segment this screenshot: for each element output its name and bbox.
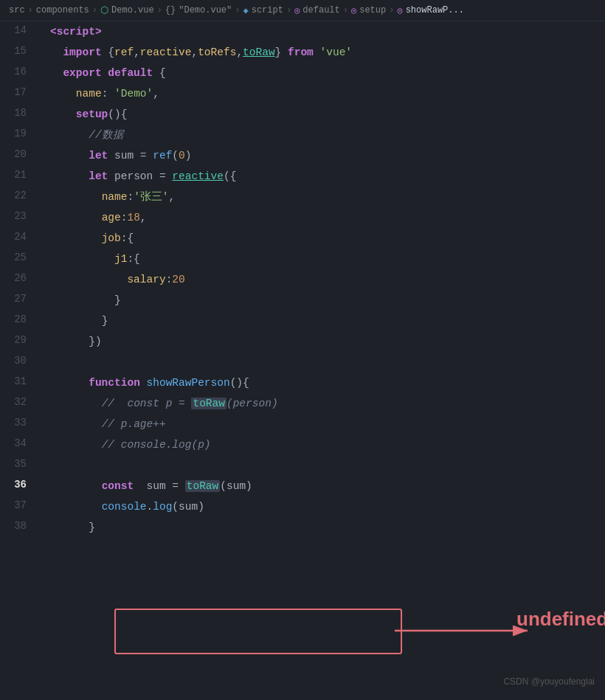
line-num-36: 36 [0, 476, 38, 496]
line-num-38: 38 [0, 517, 38, 538]
code-content-22: name:'张三', [44, 187, 605, 207]
breadcrumb-obj: {} [165, 5, 176, 15]
code-line-30: 30 [0, 352, 605, 372]
code-line-19: 19 //数据 [0, 125, 605, 145]
breadcrumb-setup: setup [359, 5, 386, 15]
line-num-37: 37 [0, 496, 38, 517]
code-content-25: j1:{ [44, 249, 605, 269]
line-num-20: 20 [0, 145, 38, 166]
code-content-17: name: 'Demo', [44, 83, 605, 104]
breadcrumb-src: src [9, 5, 25, 15]
code-line-37: 37 console.log(sum) [0, 496, 605, 517]
line-num-16: 16 [0, 63, 38, 83]
breadcrumb-showrawp: showRawP... [406, 5, 464, 15]
breadcrumb-script: script [252, 5, 283, 15]
line-num-30: 30 [0, 352, 38, 372]
sep7: › [389, 5, 394, 15]
code-line-32: 32 // const p = toRaw(person) [0, 393, 605, 414]
breadcrumb-default: default [302, 5, 339, 15]
breadcrumb-default-icon: ◎ [294, 5, 300, 16]
breadcrumb: src › components › ⬡ Demo.vue › {} "Demo… [0, 0, 605, 21]
code-line-17: 17 name: 'Demo', [0, 83, 605, 104]
code-line-20: 20 let sum = ref(0) [0, 145, 605, 166]
code-line-36: 36 const sum = toRaw(sum) [0, 476, 605, 496]
code-line-31: 31 function showRawPerson(){ [0, 372, 605, 393]
line-num-29: 29 [0, 331, 38, 352]
line-num-34: 34 [0, 434, 38, 455]
code-line-29: 29 }) [0, 331, 605, 352]
breadcrumb-setup-icon: ◎ [351, 5, 356, 16]
arrow-annotation [395, 620, 542, 642]
line-num-26: 26 [0, 269, 38, 290]
line-num-24: 24 [0, 228, 38, 249]
code-editor: 14 <script> 15 import {ref,reactive,toRe… [0, 21, 605, 538]
code-content-31: function showRawPerson(){ [44, 372, 605, 393]
code-content-27: } [44, 290, 605, 311]
code-line-15: 15 import {ref,reactive,toRefs,toRaw} fr… [0, 42, 605, 63]
code-line-24: 24 job:{ [0, 228, 605, 249]
line-num-18: 18 [0, 104, 38, 125]
code-content-35 [44, 455, 605, 476]
code-content-30 [44, 352, 605, 372]
line-num-14: 14 [0, 21, 38, 42]
code-content-33: // p.age++ [44, 414, 605, 434]
code-line-16: 16 export default { [0, 63, 605, 83]
line-num-33: 33 [0, 414, 38, 434]
sep1: › [28, 5, 33, 15]
code-line-26: 26 salary:20 [0, 269, 605, 290]
code-content-18: setup(){ [44, 104, 605, 125]
code-content-38: } [44, 517, 605, 538]
code-line-25: 25 j1:{ [0, 249, 605, 269]
code-line-38: 38 } [0, 517, 605, 538]
line-num-23: 23 [0, 207, 38, 228]
vue-icon: ⬡ [100, 4, 108, 16]
breadcrumb-demovue: Demo.vue [111, 5, 154, 15]
line-num-31: 31 [0, 372, 38, 393]
code-line-34: 34 // console.log(p) [0, 434, 605, 455]
watermark: CSDN @youyoufenglai [503, 676, 595, 687]
code-content-21: let person = reactive({ [44, 166, 605, 187]
line-num-27: 27 [0, 290, 38, 311]
code-content-26: salary:20 [44, 269, 605, 290]
line-num-25: 25 [0, 249, 38, 269]
code-line-21: 21 let person = reactive({ [0, 166, 605, 187]
line-num-21: 21 [0, 166, 38, 187]
code-content-16: export default { [44, 63, 605, 83]
code-line-23: 23 age:18, [0, 207, 605, 228]
line-num-17: 17 [0, 83, 38, 104]
code-line-14: 14 <script> [0, 21, 605, 42]
code-content-20: let sum = ref(0) [44, 145, 605, 166]
code-line-33: 33 // p.age++ [0, 414, 605, 434]
red-box-annotation [114, 609, 402, 654]
breadcrumb-showrawp-icon: ◎ [397, 5, 402, 16]
line-num-28: 28 [0, 311, 38, 331]
undefined-label: undefined [516, 608, 605, 631]
breadcrumb-demo-str: "Demo.vue" [179, 5, 232, 15]
breadcrumb-components: components [36, 5, 89, 15]
code-line-27: 27 } [0, 290, 605, 311]
code-content-14: <script> [44, 21, 605, 42]
code-content-19: //数据 [44, 125, 605, 145]
code-content-34: // console.log(p) [44, 434, 605, 455]
sep3: › [157, 5, 162, 15]
sep4: › [235, 5, 240, 15]
code-content-36: const sum = toRaw(sum) [44, 476, 605, 496]
code-line-18: 18 setup(){ [0, 104, 605, 125]
code-line-35: 35 [0, 455, 605, 476]
code-line-22: 22 name:'张三', [0, 187, 605, 207]
line-num-15: 15 [0, 42, 38, 63]
sep2: › [92, 5, 97, 15]
code-line-28: 28 } [0, 311, 605, 331]
code-content-32: // const p = toRaw(person) [44, 393, 605, 414]
code-content-24: job:{ [44, 228, 605, 249]
sep5: › [286, 5, 291, 15]
code-content-29: }) [44, 331, 605, 352]
line-num-32: 32 [0, 393, 38, 414]
line-num-35: 35 [0, 455, 38, 476]
code-content-28: } [44, 311, 605, 331]
line-num-22: 22 [0, 187, 38, 207]
line-num-19: 19 [0, 125, 38, 145]
code-content-23: age:18, [44, 207, 605, 228]
code-content-37: console.log(sum) [44, 496, 605, 517]
breadcrumb-script-icon: ◈ [243, 5, 248, 16]
